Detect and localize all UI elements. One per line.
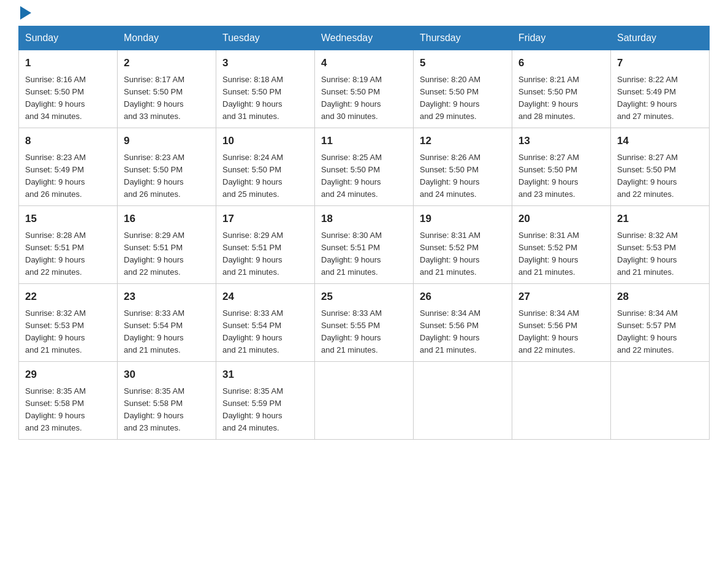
day-info: Sunrise: 8:28 AMSunset: 5:51 PMDaylight:…	[25, 231, 86, 277]
day-number: 7	[617, 55, 703, 71]
calendar-day-cell: 28Sunrise: 8:34 AMSunset: 5:57 PMDayligh…	[611, 284, 710, 362]
calendar-week-row: 15Sunrise: 8:28 AMSunset: 5:51 PMDayligh…	[19, 206, 710, 284]
calendar-day-cell: 4Sunrise: 8:19 AMSunset: 5:50 PMDaylight…	[315, 50, 414, 128]
day-info: Sunrise: 8:29 AMSunset: 5:51 PMDaylight:…	[124, 231, 184, 277]
calendar-day-cell: 6Sunrise: 8:21 AMSunset: 5:50 PMDaylight…	[512, 50, 611, 128]
calendar-day-cell: 23Sunrise: 8:33 AMSunset: 5:54 PMDayligh…	[118, 284, 216, 362]
day-info: Sunrise: 8:24 AMSunset: 5:50 PMDaylight:…	[222, 153, 283, 199]
day-info: Sunrise: 8:33 AMSunset: 5:54 PMDaylight:…	[124, 308, 184, 354]
day-number: 20	[518, 211, 604, 227]
day-number: 4	[321, 55, 407, 71]
calendar-day-cell: 27Sunrise: 8:34 AMSunset: 5:56 PMDayligh…	[512, 284, 611, 362]
calendar-day-cell: 2Sunrise: 8:17 AMSunset: 5:50 PMDaylight…	[118, 50, 216, 128]
day-info: Sunrise: 8:26 AMSunset: 5:50 PMDaylight:…	[420, 153, 480, 199]
day-number: 5	[420, 55, 506, 71]
calendar-day-cell: 12Sunrise: 8:26 AMSunset: 5:50 PMDayligh…	[414, 128, 512, 206]
day-number: 8	[25, 133, 111, 149]
day-info: Sunrise: 8:35 AMSunset: 5:58 PMDaylight:…	[25, 386, 86, 432]
weekday-header-thursday: Thursday	[414, 26, 512, 50]
day-info: Sunrise: 8:35 AMSunset: 5:59 PMDaylight:…	[222, 386, 283, 432]
calendar-day-cell: 9Sunrise: 8:23 AMSunset: 5:50 PMDaylight…	[118, 128, 216, 206]
weekday-header-saturday: Saturday	[611, 26, 710, 50]
day-info: Sunrise: 8:27 AMSunset: 5:50 PMDaylight:…	[617, 153, 678, 199]
calendar-week-row: 22Sunrise: 8:32 AMSunset: 5:53 PMDayligh…	[19, 284, 710, 362]
calendar-day-cell: 29Sunrise: 8:35 AMSunset: 5:58 PMDayligh…	[19, 362, 118, 440]
calendar-day-cell: 8Sunrise: 8:23 AMSunset: 5:49 PMDaylight…	[19, 128, 118, 206]
calendar-day-cell: 3Sunrise: 8:18 AMSunset: 5:50 PMDaylight…	[216, 50, 315, 128]
weekday-header-tuesday: Tuesday	[216, 26, 315, 50]
calendar-week-row: 29Sunrise: 8:35 AMSunset: 5:58 PMDayligh…	[19, 362, 710, 440]
logo-triangle-icon	[20, 6, 31, 20]
day-info: Sunrise: 8:34 AMSunset: 5:56 PMDaylight:…	[420, 308, 480, 354]
day-info: Sunrise: 8:20 AMSunset: 5:50 PMDaylight:…	[420, 75, 480, 121]
calendar-table: SundayMondayTuesdayWednesdayThursdayFrid…	[18, 26, 710, 440]
calendar-day-cell: 10Sunrise: 8:24 AMSunset: 5:50 PMDayligh…	[216, 128, 315, 206]
weekday-header-friday: Friday	[512, 26, 611, 50]
calendar-day-cell: 18Sunrise: 8:30 AMSunset: 5:51 PMDayligh…	[315, 206, 414, 284]
calendar-day-cell: 15Sunrise: 8:28 AMSunset: 5:51 PMDayligh…	[19, 206, 118, 284]
day-info: Sunrise: 8:31 AMSunset: 5:52 PMDaylight:…	[518, 231, 579, 277]
day-number: 21	[617, 211, 703, 227]
day-info: Sunrise: 8:17 AMSunset: 5:50 PMDaylight:…	[124, 75, 184, 121]
calendar-day-cell: 5Sunrise: 8:20 AMSunset: 5:50 PMDaylight…	[414, 50, 512, 128]
day-info: Sunrise: 8:19 AMSunset: 5:50 PMDaylight:…	[321, 75, 382, 121]
day-number: 13	[518, 133, 604, 149]
day-number: 26	[420, 289, 506, 305]
day-number: 28	[617, 289, 703, 305]
day-number: 11	[321, 133, 407, 149]
day-info: Sunrise: 8:29 AMSunset: 5:51 PMDaylight:…	[222, 231, 283, 277]
weekday-header-sunday: Sunday	[19, 26, 118, 50]
calendar-day-cell	[315, 362, 414, 440]
day-info: Sunrise: 8:16 AMSunset: 5:50 PMDaylight:…	[25, 75, 86, 121]
day-info: Sunrise: 8:35 AMSunset: 5:58 PMDaylight:…	[124, 386, 184, 432]
day-info: Sunrise: 8:34 AMSunset: 5:56 PMDaylight:…	[518, 308, 579, 354]
calendar-day-cell: 20Sunrise: 8:31 AMSunset: 5:52 PMDayligh…	[512, 206, 611, 284]
calendar-day-cell: 30Sunrise: 8:35 AMSunset: 5:58 PMDayligh…	[118, 362, 216, 440]
day-number: 22	[25, 289, 111, 305]
calendar-day-cell: 25Sunrise: 8:33 AMSunset: 5:55 PMDayligh…	[315, 284, 414, 362]
day-info: Sunrise: 8:25 AMSunset: 5:50 PMDaylight:…	[321, 153, 382, 199]
calendar-day-cell: 1Sunrise: 8:16 AMSunset: 5:50 PMDaylight…	[19, 50, 118, 128]
day-number: 15	[25, 211, 111, 227]
weekday-header-wednesday: Wednesday	[315, 26, 414, 50]
day-number: 3	[222, 55, 308, 71]
calendar-day-cell: 16Sunrise: 8:29 AMSunset: 5:51 PMDayligh…	[118, 206, 216, 284]
day-number: 29	[25, 367, 111, 383]
day-info: Sunrise: 8:32 AMSunset: 5:53 PMDaylight:…	[617, 231, 678, 277]
calendar-week-row: 1Sunrise: 8:16 AMSunset: 5:50 PMDaylight…	[19, 50, 710, 128]
day-info: Sunrise: 8:27 AMSunset: 5:50 PMDaylight:…	[518, 153, 579, 199]
day-info: Sunrise: 8:34 AMSunset: 5:57 PMDaylight:…	[617, 308, 678, 354]
day-number: 24	[222, 289, 308, 305]
weekday-header-monday: Monday	[118, 26, 216, 50]
day-number: 6	[518, 55, 604, 71]
day-info: Sunrise: 8:22 AMSunset: 5:49 PMDaylight:…	[617, 75, 678, 121]
day-info: Sunrise: 8:30 AMSunset: 5:51 PMDaylight:…	[321, 231, 382, 277]
calendar-day-cell: 17Sunrise: 8:29 AMSunset: 5:51 PMDayligh…	[216, 206, 315, 284]
calendar-day-cell	[611, 362, 710, 440]
day-number: 16	[124, 211, 210, 227]
page-header	[18, 12, 710, 20]
day-info: Sunrise: 8:21 AMSunset: 5:50 PMDaylight:…	[518, 75, 579, 121]
calendar-day-cell: 11Sunrise: 8:25 AMSunset: 5:50 PMDayligh…	[315, 128, 414, 206]
day-number: 25	[321, 289, 407, 305]
logo	[18, 12, 31, 20]
calendar-day-cell: 14Sunrise: 8:27 AMSunset: 5:50 PMDayligh…	[611, 128, 710, 206]
calendar-day-cell: 21Sunrise: 8:32 AMSunset: 5:53 PMDayligh…	[611, 206, 710, 284]
day-info: Sunrise: 8:31 AMSunset: 5:52 PMDaylight:…	[420, 231, 480, 277]
day-info: Sunrise: 8:18 AMSunset: 5:50 PMDaylight:…	[222, 75, 283, 121]
day-number: 17	[222, 211, 308, 227]
day-number: 30	[124, 367, 210, 383]
calendar-day-cell: 31Sunrise: 8:35 AMSunset: 5:59 PMDayligh…	[216, 362, 315, 440]
calendar-day-cell: 19Sunrise: 8:31 AMSunset: 5:52 PMDayligh…	[414, 206, 512, 284]
calendar-week-row: 8Sunrise: 8:23 AMSunset: 5:49 PMDaylight…	[19, 128, 710, 206]
day-number: 1	[25, 55, 111, 71]
day-number: 18	[321, 211, 407, 227]
calendar-day-cell	[414, 362, 512, 440]
calendar-day-cell: 22Sunrise: 8:32 AMSunset: 5:53 PMDayligh…	[19, 284, 118, 362]
day-number: 14	[617, 133, 703, 149]
day-number: 19	[420, 211, 506, 227]
day-number: 27	[518, 289, 604, 305]
day-number: 12	[420, 133, 506, 149]
calendar-day-cell: 13Sunrise: 8:27 AMSunset: 5:50 PMDayligh…	[512, 128, 611, 206]
calendar-day-cell: 26Sunrise: 8:34 AMSunset: 5:56 PMDayligh…	[414, 284, 512, 362]
